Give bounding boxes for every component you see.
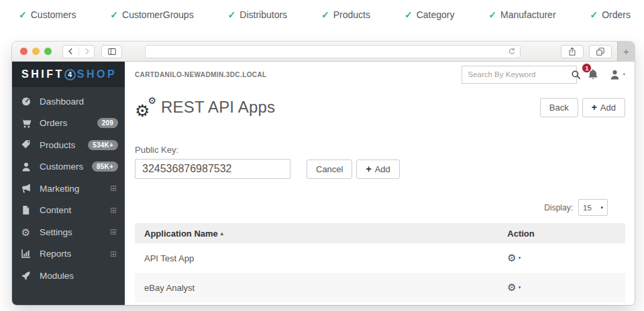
setup-item-category[interactable]: ✓Category (405, 9, 455, 20)
confirm-add-button[interactable]: +Add (356, 160, 399, 179)
api-gears-icon: ⚙ ⚙ (135, 97, 158, 117)
setup-item-customergroups[interactable]: ✓CustomerGroups (110, 9, 193, 20)
expand-icon[interactable]: ⊞ (110, 249, 118, 259)
rocket-icon (20, 270, 32, 281)
display-row: Display: 15 ▾ (135, 199, 608, 216)
window-controls (20, 48, 52, 55)
tab-overview-button[interactable] (589, 45, 612, 58)
logo-4-icon: 4 (64, 69, 76, 80)
chevron-left-icon (66, 47, 75, 56)
gear-icon: ⚙ (507, 282, 516, 292)
forward-nav-button[interactable] (78, 47, 94, 56)
browser-window: + SHIFT 4 SHOP Dashboard Orders 209 (12, 42, 635, 305)
chrome-right-buttons: + (561, 42, 635, 61)
check-icon: ✓ (321, 9, 329, 20)
sidebar-item-modules[interactable]: Modules (12, 265, 125, 287)
setup-item-distributors[interactable]: ✓Distributors (228, 9, 288, 20)
sidebar-item-label: Marketing (40, 184, 110, 194)
page-title: REST API Apps (161, 98, 275, 117)
products-count-badge: 534K+ (88, 140, 118, 150)
address-bar[interactable] (145, 45, 521, 58)
back-nav-button[interactable] (63, 47, 78, 56)
notifications-button[interactable]: 1 (587, 68, 599, 80)
back-button[interactable]: Back (540, 98, 578, 117)
minimize-window-button[interactable] (32, 48, 40, 55)
check-icon: ✓ (228, 9, 236, 20)
setup-item-customers[interactable]: ✓Customers (19, 9, 76, 20)
sidebar-item-settings[interactable]: ⚙ Settings ⊞ (12, 221, 125, 243)
cancel-button[interactable]: Cancel (307, 160, 352, 179)
sidebar-item-label: Modules (40, 271, 118, 281)
row-action-menu-button[interactable]: ⚙ ▾ (507, 253, 521, 263)
sort-ascending-icon: ▴ (221, 231, 223, 237)
reload-icon (508, 48, 516, 56)
sidebar-item-label: Dashboard (40, 97, 118, 107)
check-icon: ✓ (488, 9, 496, 20)
gear-icon: ⚙ (148, 96, 156, 105)
sidebar-toggle-icon (107, 47, 117, 56)
sidebar-item-reports[interactable]: Reports ⊞ (12, 243, 125, 265)
setup-item-label: Category (417, 9, 455, 20)
setup-item-orders[interactable]: ✓Orders (590, 9, 631, 20)
sidebar-item-content[interactable]: Content ⊞ (12, 200, 125, 222)
admin-header: CARTDANILO-NEWADMIN.3DC.LOCAL 1 ▾ (125, 62, 635, 87)
zoom-window-button[interactable] (44, 48, 52, 55)
setup-item-label: Manufacturer (500, 9, 555, 20)
plus-icon: + (623, 46, 629, 57)
sidebar-toggle-button[interactable] (101, 45, 122, 58)
history-nav-buttons (62, 45, 95, 58)
keyword-search-box[interactable] (462, 66, 577, 84)
sidebar-item-marketing[interactable]: Marketing ⊞ (12, 178, 125, 200)
sidebar-item-dashboard[interactable]: Dashboard (12, 90, 125, 113)
setup-item-label: Orders (602, 9, 631, 20)
url-input[interactable] (146, 48, 508, 56)
main-panel: CARTDANILO-NEWADMIN.3DC.LOCAL 1 ▾ (125, 62, 635, 305)
chevron-down-icon: ▾ (519, 285, 521, 290)
person-icon (20, 162, 32, 172)
chevron-down-icon: ▾ (600, 205, 603, 210)
expand-icon[interactable]: ⊞ (110, 184, 118, 193)
sidebar: SHIFT 4 SHOP Dashboard Orders 209 Produc… (12, 62, 125, 305)
plus-icon: + (366, 164, 371, 174)
setup-item-products[interactable]: ✓Products (321, 9, 370, 20)
chevron-right-icon (83, 47, 91, 56)
check-icon: ✓ (19, 9, 27, 20)
sidebar-item-customers[interactable]: Customers 85K+ (12, 156, 125, 178)
sidebar-item-label: Content (40, 205, 110, 215)
megaphone-icon (20, 183, 32, 194)
logo-text-shop: SHOP (77, 68, 117, 80)
application-name-header[interactable]: Application Name ▴ (144, 229, 507, 239)
setup-item-manufacturer[interactable]: ✓Manufacturer (488, 9, 555, 20)
search-icon[interactable] (571, 70, 581, 80)
close-window-button[interactable] (20, 48, 28, 55)
new-tab-button[interactable]: + (617, 42, 635, 62)
share-button[interactable] (561, 45, 584, 58)
setup-item-label: Products (333, 9, 370, 20)
sidebar-item-label: Orders (40, 118, 97, 128)
row-action-menu-button[interactable]: ⚙ ▾ (507, 282, 521, 292)
display-page-size-select[interactable]: 15 ▾ (578, 199, 608, 216)
user-icon (609, 69, 621, 80)
sidebar-nav: Dashboard Orders 209 Products 534K+ Cust… (12, 87, 125, 287)
expand-icon[interactable]: ⊞ (110, 206, 118, 215)
add-app-button[interactable]: +Add (582, 98, 625, 117)
table-row: API Test App ⚙ ▾ (135, 243, 625, 273)
shift4shop-logo[interactable]: SHIFT 4 SHOP (12, 62, 125, 87)
action-header: Action (507, 229, 616, 239)
title-buttons: Back +Add (540, 98, 625, 117)
search-input[interactable] (468, 70, 571, 78)
public-key-input[interactable] (135, 159, 290, 179)
sidebar-item-orders[interactable]: Orders 209 (12, 113, 125, 135)
sidebar-item-products[interactable]: Products 534K+ (12, 134, 125, 156)
browser-chrome: + (12, 42, 635, 62)
display-value: 15 (583, 204, 592, 212)
user-menu-button[interactable]: ▾ (609, 69, 625, 80)
sidebar-item-label: Reports (40, 249, 110, 259)
app-name-cell: eBay Analyst (144, 283, 507, 293)
dashboard-icon (20, 96, 32, 107)
store-domain: CARTDANILO-NEWADMIN.3DC.LOCAL (135, 71, 267, 78)
display-label: Display: (544, 203, 573, 212)
share-icon (568, 47, 577, 56)
expand-icon[interactable]: ⊞ (110, 227, 118, 237)
setup-progress-bar: ✓Customers ✓CustomerGroups ✓Distributors… (0, 0, 644, 29)
